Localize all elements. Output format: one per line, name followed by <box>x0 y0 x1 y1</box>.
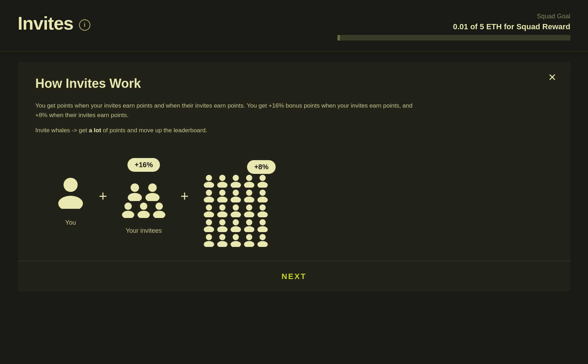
svg-point-11 <box>153 211 166 218</box>
their-invitees-figure: +8% <box>203 171 269 247</box>
svg-point-12 <box>206 175 212 181</box>
svg-point-6 <box>125 202 132 210</box>
description-2-bold: a lot <box>89 127 101 134</box>
their-person <box>243 233 255 247</box>
svg-point-31 <box>257 196 268 202</box>
their-person <box>230 219 242 232</box>
svg-point-28 <box>246 189 252 196</box>
invitee-person-2 <box>144 183 161 201</box>
svg-point-32 <box>206 204 212 211</box>
svg-point-45 <box>217 226 227 232</box>
svg-point-10 <box>156 202 163 210</box>
svg-point-22 <box>206 189 212 196</box>
invitees-top-row <box>127 183 161 201</box>
their-person <box>216 233 228 247</box>
svg-point-60 <box>259 234 266 240</box>
page-title: Invites <box>18 13 73 34</box>
invitees-bottom-row <box>121 202 166 218</box>
their-person <box>216 174 228 188</box>
progress-bar-fill <box>337 35 340 41</box>
svg-point-8 <box>140 202 148 210</box>
plus-sign-2: + <box>180 188 188 215</box>
svg-point-16 <box>233 175 239 181</box>
their-person <box>230 204 242 217</box>
svg-point-18 <box>246 175 252 181</box>
squad-goal-value: 0.01 of 5 ETH for Squad Reward <box>337 22 570 31</box>
svg-point-52 <box>206 234 212 240</box>
their-person <box>230 189 242 202</box>
header: Invites i Squad Goal 0.01 of 5 ETH for S… <box>0 0 588 48</box>
svg-point-7 <box>122 211 134 218</box>
badge-8: +8% <box>247 160 276 174</box>
svg-point-4 <box>148 183 157 192</box>
their-person <box>243 189 255 202</box>
their-person <box>257 219 269 232</box>
svg-point-38 <box>246 204 252 211</box>
svg-point-40 <box>259 204 266 211</box>
card-footer: NEXT <box>18 261 570 292</box>
svg-point-61 <box>257 241 268 247</box>
their-person <box>203 189 215 202</box>
svg-point-59 <box>244 241 254 247</box>
plus-sign-1: + <box>99 188 107 215</box>
svg-point-27 <box>230 196 241 202</box>
invitee-person-3 <box>121 202 135 218</box>
svg-point-55 <box>217 241 227 247</box>
their-person <box>216 204 228 217</box>
svg-point-0 <box>64 178 78 192</box>
their-person <box>216 219 228 232</box>
svg-point-26 <box>233 189 239 196</box>
svg-point-41 <box>257 211 268 217</box>
svg-point-9 <box>138 211 150 218</box>
invitees-label: Your invitees <box>126 227 162 235</box>
close-button[interactable]: ✕ <box>548 73 556 83</box>
svg-point-42 <box>206 219 212 225</box>
svg-point-3 <box>128 193 142 201</box>
svg-point-15 <box>217 182 227 188</box>
svg-point-54 <box>219 234 226 240</box>
their-person <box>203 204 215 217</box>
their-person <box>230 233 242 247</box>
info-icon[interactable]: i <box>79 19 90 31</box>
description-2-suffix: of points and move up the leaderboard. <box>101 127 208 134</box>
page-container: Invites i Squad Goal 0.01 of 5 ETH for S… <box>0 0 588 364</box>
svg-point-51 <box>257 226 268 232</box>
you-figure: You <box>56 177 85 226</box>
svg-point-47 <box>230 226 241 232</box>
svg-point-56 <box>233 234 239 240</box>
svg-point-37 <box>230 211 241 217</box>
svg-point-2 <box>131 183 139 192</box>
squad-goal-area: Squad Goal 0.01 of 5 ETH for Squad Rewar… <box>337 13 570 41</box>
description-2-prefix: Invite whales -> get <box>35 127 89 134</box>
svg-point-43 <box>204 226 214 232</box>
invitee-person-1 <box>127 183 143 201</box>
their-person <box>257 174 269 188</box>
their-person <box>243 204 255 217</box>
progress-bar <box>337 35 570 41</box>
svg-point-33 <box>204 211 214 217</box>
svg-point-1 <box>58 196 83 209</box>
their-person <box>257 204 269 217</box>
header-divider <box>0 51 588 51</box>
their-person <box>243 174 255 188</box>
svg-point-36 <box>233 204 239 211</box>
svg-point-50 <box>259 219 266 225</box>
svg-point-48 <box>246 219 252 225</box>
invitees-icons <box>121 183 166 218</box>
next-button[interactable]: NEXT <box>282 272 307 281</box>
svg-point-46 <box>233 219 239 225</box>
their-person <box>203 219 215 232</box>
badge-16: +16% <box>128 158 160 172</box>
svg-point-19 <box>244 182 254 188</box>
their-person <box>230 174 242 188</box>
svg-point-57 <box>230 241 241 247</box>
their-invitees-grid <box>203 174 269 247</box>
svg-point-13 <box>204 182 214 188</box>
diagram: You + +16% <box>35 150 553 261</box>
card-title: How Invites Work <box>35 76 553 91</box>
title-area: Invites i <box>18 13 90 34</box>
squad-goal-label: Squad Goal <box>337 13 570 20</box>
svg-point-24 <box>219 189 226 196</box>
you-label: You <box>65 219 76 226</box>
svg-point-25 <box>217 196 227 202</box>
